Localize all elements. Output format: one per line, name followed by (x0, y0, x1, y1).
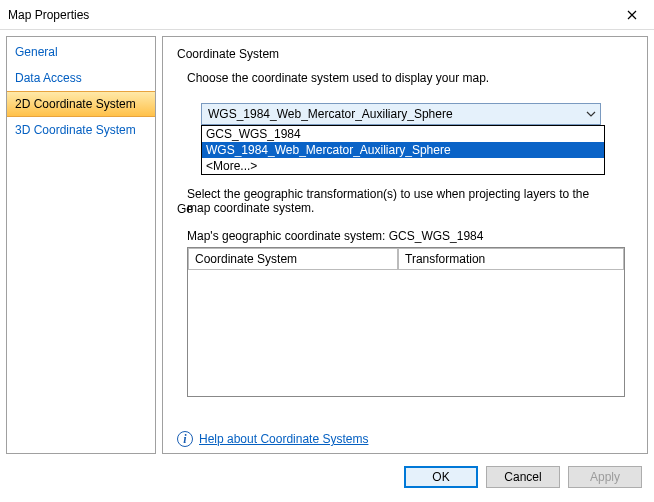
nav-sidebar: General Data Access 2D Coordinate System… (6, 36, 156, 454)
sidebar-item-3d-coordinate-system[interactable]: 3D Coordinate System (7, 117, 155, 143)
group-title: Coordinate System (177, 47, 633, 61)
help-link[interactable]: Help about Coordinate Systems (199, 432, 368, 446)
dropdown-selected: WGS_1984_Web_Mercator_Auxiliary_Sphere (208, 107, 453, 121)
close-button[interactable] (609, 0, 654, 30)
geographic-cs-label: Map's geographic coordinate system: GCS_… (187, 229, 633, 243)
close-icon (627, 10, 637, 20)
sidebar-item-2d-coordinate-system[interactable]: 2D Coordinate System (7, 91, 155, 117)
dropdown-option[interactable]: WGS_1984_Web_Mercator_Auxiliary_Sphere (202, 142, 604, 158)
cancel-button[interactable]: Cancel (486, 466, 560, 488)
main-panel: Coordinate System Choose the coordinate … (162, 36, 648, 454)
dropdown-option[interactable]: <More...> (202, 158, 604, 174)
table-header-coordinate-system[interactable]: Coordinate System (188, 248, 398, 270)
sidebar-item-data-access[interactable]: Data Access (7, 65, 155, 91)
select-transformation-text: Select the geographic transformation(s) … (187, 187, 607, 215)
transformations-table[interactable]: Coordinate System Transformation (187, 247, 625, 397)
info-icon: i (177, 431, 193, 447)
ok-button[interactable]: OK (404, 466, 478, 488)
choose-text: Choose the coordinate system used to dis… (187, 71, 633, 85)
sidebar-item-general[interactable]: General (7, 39, 155, 65)
chevron-down-icon (586, 109, 596, 119)
dialog-content: General Data Access 2D Coordinate System… (0, 30, 654, 460)
table-header-row: Coordinate System Transformation (188, 248, 624, 270)
help-row: i Help about Coordinate Systems (177, 431, 368, 447)
dropdown-option[interactable]: GCS_WGS_1984 (202, 126, 604, 142)
dropdown-list: GCS_WGS_1984 WGS_1984_Web_Mercator_Auxil… (201, 125, 605, 175)
table-header-transformation[interactable]: Transformation (398, 248, 624, 270)
apply-button[interactable]: Apply (568, 466, 642, 488)
obscured-group-label: Ge (177, 202, 193, 216)
dropdown-button[interactable]: WGS_1984_Web_Mercator_Auxiliary_Sphere (201, 103, 601, 125)
window-title: Map Properties (8, 8, 89, 22)
coordinate-system-dropdown[interactable]: WGS_1984_Web_Mercator_Auxiliary_Sphere G… (201, 103, 601, 125)
title-bar: Map Properties (0, 0, 654, 30)
dialog-footer: OK Cancel Apply (0, 460, 654, 494)
